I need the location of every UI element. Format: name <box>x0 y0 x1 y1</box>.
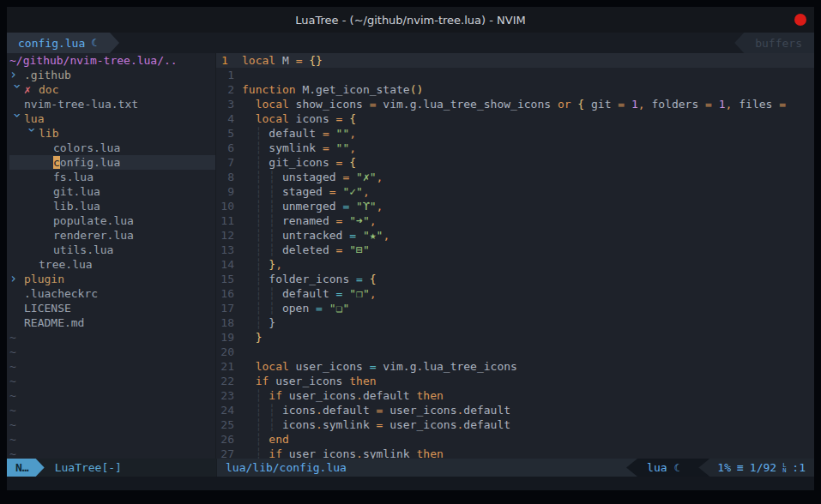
tree-item[interactable]: ›plugin <box>9 272 215 286</box>
code-token <box>242 243 256 256</box>
tree-root-path[interactable]: ~/github/nvim-tree.lua/.. <box>9 53 215 68</box>
code-line[interactable]: 23 ┆ if user_icons.default then <box>216 388 814 403</box>
code-token <box>242 433 256 446</box>
code-token: "✗" <box>356 171 376 183</box>
code-token: default <box>262 127 322 140</box>
code-token: "❐" <box>349 287 369 300</box>
command-line[interactable] <box>7 477 814 490</box>
code-token <box>242 112 256 125</box>
code-token <box>242 404 256 417</box>
code-token: if <box>256 375 269 387</box>
tab-config-lua[interactable]: config.lua ☾ <box>7 33 119 53</box>
relative-line-number: 16 <box>216 286 242 301</box>
code-line[interactable]: 11 ┆ ┆ renamed = "➜", <box>216 213 814 228</box>
code-token: , <box>383 229 389 242</box>
tree-item[interactable]: fs.lua <box>9 170 215 184</box>
chevron-right-icon[interactable]: › <box>9 68 24 82</box>
code-token <box>242 375 256 387</box>
code-line[interactable]: 18 ┆ } <box>216 315 814 330</box>
code-token: ┆ <box>269 302 275 315</box>
statusline: N… LuaTree[-] lua/lib/config.lua lua ☾ 1… <box>7 459 814 477</box>
code-line[interactable]: 27 ┆ if user_icons.symlink then <box>216 447 814 459</box>
tree-item-label: .github <box>24 68 71 82</box>
code-line[interactable]: 14 ┆ }, <box>216 257 814 272</box>
code-token: ┆ <box>269 185 275 198</box>
buffers-label[interactable]: buffers <box>734 33 814 53</box>
chevron-down-icon[interactable]: › <box>9 111 24 126</box>
tree-item[interactable]: ›✗doc <box>9 82 215 97</box>
tree-item[interactable]: utils.lua <box>9 243 215 257</box>
code-token: } <box>256 331 263 344</box>
tree-item[interactable]: colors.lua <box>9 141 215 155</box>
tree-item[interactable]: .luacheckrc <box>9 286 215 301</box>
code-token: "" <box>336 127 350 140</box>
tree-item[interactable]: renderer.lua <box>9 228 215 243</box>
chevron-down-icon[interactable]: › <box>9 82 24 97</box>
code-token: folders <box>645 98 705 111</box>
code-line[interactable]: 4 local icons = { <box>216 111 814 126</box>
code-line[interactable]: 13 ┆ ┆ deleted = "⊟" <box>216 243 814 257</box>
code-token: { <box>349 156 356 169</box>
code-line[interactable]: 22 if user_icons then <box>216 374 814 388</box>
tree-item[interactable]: README.md <box>9 315 215 330</box>
code-line[interactable]: 1 <box>216 68 814 82</box>
code-line[interactable]: 10 ┆ ┆ unmerged = "ϒ", <box>216 199 814 213</box>
statusline-tree-section: N… LuaTree[-] <box>7 459 216 477</box>
code-token <box>625 98 631 111</box>
code-token: , <box>349 127 356 140</box>
tree-item[interactable]: config.lua <box>9 155 215 170</box>
tree-item[interactable]: ›lua <box>9 111 215 126</box>
code-line[interactable]: 7 ┆ git_icons = { <box>216 155 814 170</box>
code-token: vim.g.lua_tree_show_icons <box>377 98 558 111</box>
code-line-text: ┆ ┆ renamed = "➜", <box>242 213 377 228</box>
tab-label: config.lua <box>18 37 85 50</box>
code-token: , <box>349 141 356 154</box>
relative-line-number: 14 <box>216 257 242 272</box>
code-line[interactable]: 19 } <box>216 330 814 345</box>
tree-item[interactable]: tree.lua <box>9 257 215 272</box>
code-line[interactable]: 8 ┆ ┆ unstaged = "✗", <box>216 170 814 184</box>
code-line[interactable]: 26 ┆ end <box>216 432 814 447</box>
tree-item[interactable]: ›.github <box>9 68 215 82</box>
code-line-text: ┆ git_icons = { <box>242 155 356 170</box>
chevron-down-icon[interactable]: › <box>24 126 39 141</box>
code-line[interactable]: 3 local show_icons = vim.g.lua_tree_show… <box>216 97 814 111</box>
relative-line-number: 12 <box>216 228 242 243</box>
code-line[interactable]: 6 ┆ symlink = "", <box>216 141 814 155</box>
code-line[interactable]: 21 local user_icons = vim.g.lua_tree_ico… <box>216 359 814 374</box>
close-button[interactable] <box>794 14 806 26</box>
tree-item[interactable]: ›lib <box>9 126 215 141</box>
code-line-text: ┆ ┆ open = "❏" <box>242 301 349 315</box>
tree-item[interactable]: lib.lua <box>9 199 215 213</box>
tree-item-label: renderer.lua <box>53 228 134 243</box>
code-line[interactable]: 12 ┆ ┆ untracked = "★", <box>216 228 814 243</box>
code-token: symlink <box>262 141 322 154</box>
code-line[interactable]: 25 ┆ ┆ icons.symlink = user_icons.defaul… <box>216 417 814 432</box>
empty-line-tilde: ~ <box>9 345 215 359</box>
tree-item[interactable]: populate.lua <box>9 213 215 228</box>
code-token: M.get_icon_state <box>296 83 410 96</box>
tabline-fill <box>119 33 734 53</box>
code-token: = <box>705 98 712 111</box>
code-line[interactable]: 2function M.get_icon_state() <box>216 82 814 97</box>
tree-item-label: fs.lua <box>53 170 94 184</box>
tree-item[interactable]: LICENSE <box>9 301 215 315</box>
code-line[interactable]: 9 ┆ ┆ staged = "✓", <box>216 184 814 199</box>
code-line[interactable]: 24 ┆ ┆ icons.default = user_icons.defaul… <box>216 403 814 417</box>
chevron-right-icon[interactable]: › <box>9 272 24 286</box>
code-line-text: ┆ end <box>242 432 289 447</box>
code-line[interactable]: 1local M = {} <box>216 53 814 68</box>
relative-line-number: 22 <box>216 374 242 388</box>
tree-item[interactable]: git.lua <box>9 184 215 199</box>
relative-line-number: 7 <box>216 155 242 170</box>
code-token <box>356 229 363 242</box>
code-line[interactable]: 5 ┆ default = "", <box>216 126 814 141</box>
code-token: if <box>269 447 282 459</box>
code-token: git_icons <box>262 156 335 169</box>
tree-item-label: config.lua <box>53 155 120 170</box>
code-line[interactable]: 15 ┆ folder_icons = { <box>216 272 814 286</box>
tree-item[interactable]: nvim-tree-lua.txt <box>9 97 215 111</box>
code-line[interactable]: 16 ┆ ┆ default = "❐", <box>216 286 814 301</box>
code-line[interactable]: 20 <box>216 345 814 359</box>
code-line[interactable]: 17 ┆ ┆ open = "❏" <box>216 301 814 315</box>
